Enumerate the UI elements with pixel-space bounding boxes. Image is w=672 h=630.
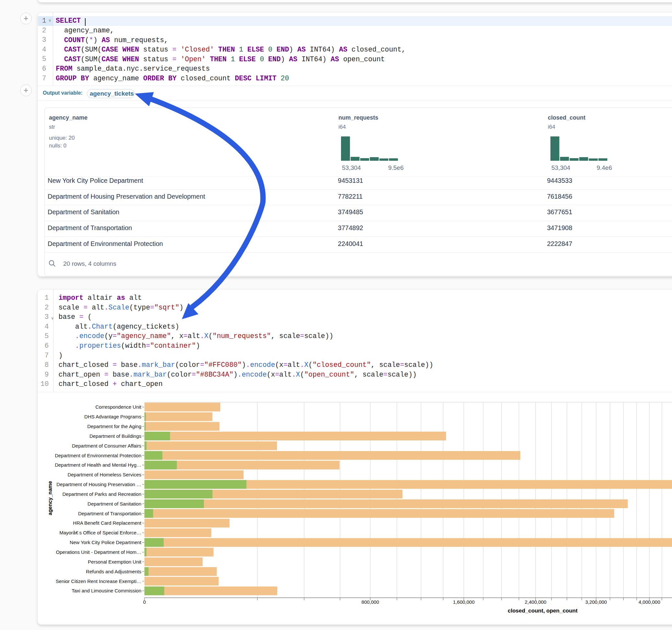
svg-text:Taxi and Limousine Commission: Taxi and Limousine Commission: [72, 588, 141, 593]
svg-text:Department for the Aging: Department for the Aging: [87, 423, 141, 429]
svg-text:Department of Sanitation: Department of Sanitation: [88, 501, 141, 507]
svg-text:HRA Benefit Card Replacement: HRA Benefit Card Replacement: [73, 520, 142, 526]
svg-text:Senior Citizen Rent Increase E: Senior Citizen Rent Increase Exempti…: [56, 579, 141, 584]
svg-text:Department of Buildings: Department of Buildings: [90, 433, 141, 439]
svg-text:Department of Health and Menta: Department of Health and Mental Hyg…: [55, 462, 141, 468]
svg-text:closed_count, open_count: closed_count, open_count: [508, 608, 578, 614]
svg-text:3,200,000: 3,200,000: [585, 599, 607, 605]
svg-text:Refunds and Adjustments: Refunds and Adjustments: [86, 569, 141, 574]
svg-text:53,304: 53,304: [551, 164, 571, 171]
svg-text:agency_name: agency_name: [47, 481, 53, 515]
svg-text:Personal Exemption Unit: Personal Exemption Unit: [88, 559, 142, 564]
svg-text:New York City Police Departmen: New York City Police Department: [70, 539, 142, 545]
svg-text:53,304: 53,304: [342, 164, 361, 171]
svg-text:Mayorâ€ s Office of Special En: Mayorâ€ s Office of Special Enforce…: [59, 530, 141, 535]
svg-text:Department of Consumer Affairs: Department of Consumer Affairs: [72, 443, 141, 449]
svg-text:1,600,000: 1,600,000: [453, 599, 475, 605]
svg-text:Department of Environmental Pr: Department of Environmental Protection: [55, 453, 141, 458]
svg-text:Department of Transportation: Department of Transportation: [78, 511, 141, 516]
svg-text:Operations Unit - Department o: Operations Unit - Department of Hom…: [56, 549, 141, 555]
svg-text:Department of Parks and Recrea: Department of Parks and Recreation: [63, 491, 141, 497]
svg-text:800,000: 800,000: [361, 599, 379, 605]
svg-text:9.4e6: 9.4e6: [597, 164, 612, 171]
svg-text:2,400,000: 2,400,000: [525, 599, 547, 605]
svg-text:DHS Advantage Programs: DHS Advantage Programs: [84, 414, 141, 419]
svg-text:Department of Housing Preserva: Department of Housing Preservation …: [56, 482, 141, 487]
svg-text:Correspondence Unit: Correspondence Unit: [95, 404, 142, 410]
svg-text:Department of Homeless Service: Department of Homeless Services: [67, 472, 141, 477]
svg-text:0: 0: [143, 599, 146, 605]
svg-text:4,000,000: 4,000,000: [639, 599, 660, 605]
svg-text:9.5e6: 9.5e6: [388, 164, 404, 171]
